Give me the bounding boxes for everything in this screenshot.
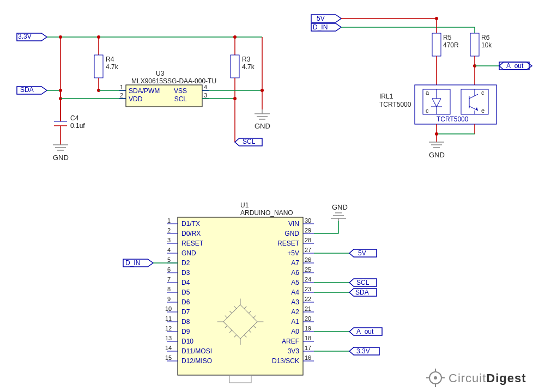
port-scl-arduino: SCL (349, 279, 377, 286)
svg-text:26: 26 (305, 256, 311, 263)
u1-part: ARDUINO_NANO (240, 209, 293, 217)
schematic-canvas: 3.3V SDA R4 4.7k R3 4.7k GND U3 MLX90615… (1, 1, 545, 392)
svg-text:VIN: VIN (288, 220, 299, 228)
svg-text:A7: A7 (291, 259, 299, 267)
svg-text:5: 5 (167, 256, 171, 263)
svg-text:RESET: RESET (277, 240, 300, 247)
svg-text:7: 7 (167, 276, 171, 283)
r5-body (432, 33, 441, 56)
svg-point-3 (59, 89, 62, 92)
r4-ref: R4 (106, 56, 114, 63)
gnd-label: GND (429, 151, 445, 159)
svg-text:D10: D10 (181, 338, 193, 345)
svg-text:27: 27 (305, 247, 311, 253)
svg-text:10: 10 (165, 305, 172, 312)
svg-text:11: 11 (165, 315, 172, 322)
svg-text:15: 15 (165, 354, 172, 361)
c4-val: 0.1uf (70, 122, 85, 130)
svg-text:14: 14 (165, 345, 172, 351)
svg-text:GND: GND (284, 230, 299, 237)
r3-val: 4.7k (242, 63, 255, 71)
svg-text:24: 24 (305, 276, 311, 283)
svg-text:A3: A3 (291, 298, 299, 306)
svg-text:8: 8 (167, 286, 171, 292)
svg-rect-58 (229, 375, 251, 383)
svg-text:12: 12 (165, 325, 172, 332)
svg-text:D3: D3 (181, 269, 190, 277)
svg-text:13: 13 (165, 335, 172, 341)
port-sda: SDA (17, 86, 47, 94)
svg-text:D4: D4 (181, 279, 190, 286)
c4-ref: C4 (70, 114, 79, 122)
svg-text:SCL: SCL (174, 95, 187, 103)
port-sda-arduino: SDA (349, 289, 377, 296)
svg-text:20: 20 (305, 315, 311, 322)
port-scl-label: SCL (356, 279, 370, 286)
gnd-label: GND (332, 203, 348, 211)
port-5v-label: 5V (358, 249, 366, 257)
watermark: CircuitDigest (426, 369, 526, 387)
u3-pin1-lbl: SDA/PWM (129, 87, 160, 95)
svg-text:D0/RX: D0/RX (181, 230, 201, 237)
r4-body (94, 55, 103, 78)
r6-ref: R6 (481, 34, 490, 41)
u3-pin3-num: 3 (204, 92, 207, 99)
gnd-symbol-right: GND (255, 109, 270, 130)
svg-text:6: 6 (167, 266, 171, 273)
svg-text:17: 17 (305, 345, 311, 351)
svg-text:18: 18 (305, 335, 311, 341)
gnd-symbol-u1: GND (331, 203, 348, 221)
watermark-word1: Circuit (449, 371, 486, 385)
svg-text:D2: D2 (181, 259, 190, 267)
port-din-label: D_IN (313, 23, 328, 31)
gnd-label: GND (255, 122, 270, 130)
svg-text:D13/SCK: D13/SCK (272, 357, 299, 365)
irl-part: TCRT5000 (379, 101, 411, 108)
svg-text:21: 21 (305, 305, 311, 312)
port-din-arduino: D_IN (123, 259, 153, 267)
port-scl: SCL (235, 138, 262, 146)
port-aout-label: A_out (506, 62, 524, 70)
r3-ref: R3 (242, 56, 251, 63)
u3-pin4-lbl: VSS (174, 87, 187, 95)
u3-pin1-num: 1 (120, 84, 123, 90)
u3-pin2-lbl: VDD (129, 95, 143, 103)
svg-text:28: 28 (305, 237, 311, 243)
svg-text:+5V: +5V (287, 249, 299, 257)
u1-ref: U1 (240, 201, 249, 209)
u3-ref: U3 (156, 70, 165, 77)
svg-text:16: 16 (305, 354, 311, 361)
svg-text:A2: A2 (291, 308, 299, 316)
svg-text:D12/MISO: D12/MISO (181, 357, 212, 365)
port-din-label: D_IN (125, 259, 140, 267)
port-aout-arduino: A_out (349, 328, 382, 335)
port-aout-top: A_out (499, 62, 532, 70)
port-5v-arduino: 5V (349, 249, 377, 257)
svg-text:1: 1 (167, 217, 171, 224)
watermark-word2: Digest (486, 371, 526, 385)
svg-text:RESET: RESET (181, 240, 204, 247)
r5-ref: R5 (443, 34, 452, 41)
svg-text:A5: A5 (291, 279, 299, 286)
svg-text:CircuitDigest: CircuitDigest (449, 371, 526, 385)
port-5v-label: 5V (317, 15, 325, 22)
svg-text:D8: D8 (181, 318, 190, 326)
svg-text:9: 9 (167, 296, 171, 302)
port-din-top: D_IN (311, 23, 341, 31)
r6-val: 10k (481, 41, 492, 49)
r3-body (231, 55, 239, 78)
irl-footprint: TCRT5000 (437, 115, 469, 123)
svg-point-6 (261, 89, 264, 92)
svg-text:A1: A1 (291, 318, 299, 326)
svg-text:D11/MOSI: D11/MOSI (181, 347, 212, 355)
irl-pin-c2: c (481, 89, 485, 96)
svg-text:D1/TX: D1/TX (181, 220, 200, 228)
u3-pin4-num: 4 (204, 84, 207, 90)
port-sda-label: SDA (20, 86, 34, 94)
r4-val: 4.7k (106, 63, 119, 71)
r6-body (470, 33, 479, 56)
svg-text:D7: D7 (181, 308, 190, 316)
svg-text:3V3: 3V3 (288, 347, 300, 355)
irl-pin-e: e (481, 107, 485, 114)
svg-text:A6: A6 (291, 269, 299, 277)
